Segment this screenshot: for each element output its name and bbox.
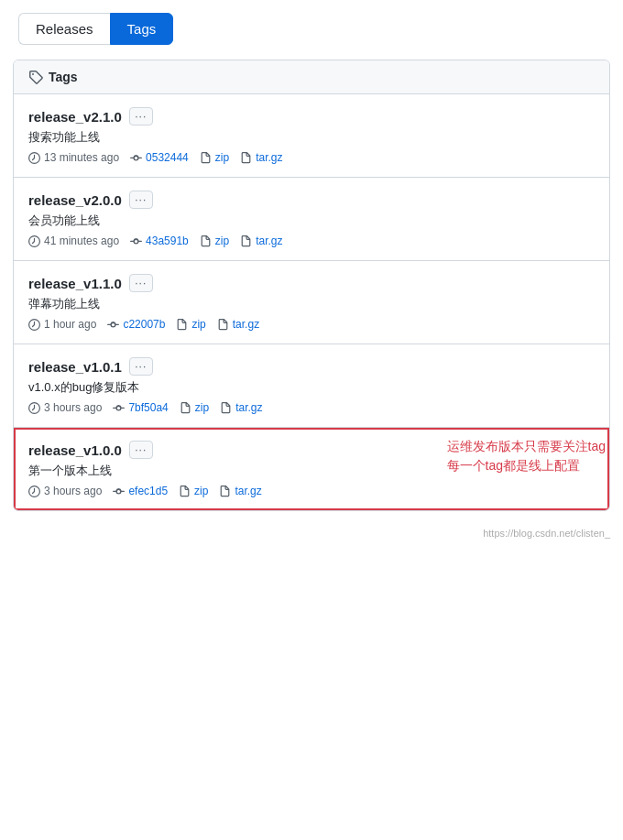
releases-tab[interactable]: Releases	[18, 13, 110, 45]
release-title-row: release_v2.1.0 ···	[28, 107, 595, 125]
tar-meta: tar.gz	[240, 235, 282, 247]
release-desc: 搜索功能上线	[28, 129, 595, 146]
release-time: 1 hour ago	[44, 318, 96, 331]
release-row: release_v1.0.1 ··· v1.0.x的bug修复版本 3 hour…	[14, 344, 609, 428]
clock-icon	[28, 485, 40, 497]
release-row: release_v1.0.0 ··· 第一个版本上线 3 hours ago e…	[14, 428, 609, 510]
time-meta: 1 hour ago	[28, 318, 96, 331]
clock-icon	[28, 402, 40, 414]
tags-tab[interactable]: Tags	[110, 13, 174, 45]
time-meta: 3 hours ago	[28, 485, 102, 497]
watermark: https://blog.csdn.net/clisten_	[0, 524, 623, 542]
commit-hash[interactable]: efec1d5	[128, 485, 168, 497]
commit-meta: c22007b	[107, 318, 165, 331]
clock-icon	[28, 235, 40, 247]
zip-meta: zip	[176, 318, 205, 331]
zip-meta: zip	[200, 235, 229, 247]
commit-icon	[130, 152, 142, 164]
tags-header-label: Tags	[49, 70, 78, 84]
commit-icon	[113, 402, 125, 414]
release-name: release_v1.0.0	[28, 442, 122, 458]
release-meta: 3 hours ago efec1d5 zip tar.gz	[28, 485, 595, 497]
tags-header: Tags	[14, 60, 609, 94]
tar-file-icon	[240, 235, 252, 247]
release-meta: 1 hour ago c22007b zip tar.gz	[28, 318, 595, 331]
zip-file-icon	[179, 485, 191, 497]
release-desc: v1.0.x的bug修复版本	[28, 379, 595, 396]
zip-meta: zip	[179, 485, 208, 497]
release-desc: 弹幕功能上线	[28, 296, 595, 312]
release-time: 3 hours ago	[44, 485, 102, 497]
zip-file-icon	[200, 235, 212, 247]
release-row: release_v2.0.0 ··· 会员功能上线 41 minutes ago…	[14, 178, 609, 261]
commit-hash[interactable]: 7bf50a4	[128, 401, 168, 414]
release-name: release_v1.1.0	[28, 276, 122, 291]
time-meta: 3 hours ago	[28, 401, 102, 414]
tar-meta: tar.gz	[220, 401, 262, 414]
release-meta: 41 minutes ago 43a591b zip tar.gz	[28, 235, 595, 247]
main-container: Tags release_v2.1.0 ··· 搜索功能上线 13 minute…	[13, 60, 610, 511]
zip-meta: zip	[200, 151, 229, 164]
commit-icon	[113, 485, 125, 497]
tar-link[interactable]: tar.gz	[233, 318, 259, 331]
release-row: release_v1.1.0 ··· 弹幕功能上线 1 hour ago c22…	[14, 261, 609, 344]
release-time: 3 hours ago	[44, 401, 102, 414]
tar-file-icon	[240, 152, 252, 164]
release-title-row: release_v1.0.1 ···	[28, 357, 595, 376]
time-meta: 13 minutes ago	[28, 151, 119, 164]
commit-meta: efec1d5	[113, 485, 168, 497]
release-desc: 会员功能上线	[28, 213, 595, 229]
more-button[interactable]: ···	[129, 107, 153, 125]
tar-meta: tar.gz	[240, 151, 282, 164]
zip-link[interactable]: zip	[194, 485, 208, 497]
commit-meta: 7bf50a4	[113, 401, 168, 414]
zip-file-icon	[176, 319, 188, 331]
release-meta: 13 minutes ago 0532444 zip tar.gz	[28, 151, 595, 164]
release-name: release_v2.1.0	[28, 109, 122, 125]
zip-link[interactable]: zip	[215, 235, 229, 247]
zip-link[interactable]: zip	[191, 318, 205, 331]
tar-link[interactable]: tar.gz	[256, 151, 282, 164]
zip-meta: zip	[180, 401, 209, 414]
zip-file-icon	[180, 402, 191, 414]
tar-file-icon	[217, 319, 229, 331]
more-button[interactable]: ···	[129, 357, 153, 376]
clock-icon	[28, 152, 40, 164]
tabs-bar: Releases Tags	[0, 0, 623, 45]
zip-file-icon	[200, 152, 212, 164]
clock-icon	[28, 319, 40, 331]
commit-hash[interactable]: 0532444	[146, 151, 189, 164]
tag-icon	[28, 70, 43, 84]
release-name: release_v2.0.0	[28, 192, 122, 208]
releases-list: release_v2.1.0 ··· 搜索功能上线 13 minutes ago…	[14, 94, 609, 510]
commit-icon	[130, 235, 142, 247]
commit-meta: 43a591b	[130, 235, 189, 247]
more-button[interactable]: ···	[129, 191, 153, 209]
more-button[interactable]: ···	[129, 274, 153, 292]
release-title-row: release_v1.1.0 ···	[28, 274, 595, 292]
commit-hash[interactable]: c22007b	[123, 318, 165, 331]
release-row: release_v2.1.0 ··· 搜索功能上线 13 minutes ago…	[14, 94, 609, 178]
time-meta: 41 minutes ago	[28, 235, 119, 247]
tar-meta: tar.gz	[219, 485, 261, 497]
release-meta: 3 hours ago 7bf50a4 zip tar.gz	[28, 401, 595, 414]
annotation-note: 运维发布版本只需要关注tag，每一个tag都是线上配置	[447, 437, 610, 475]
tar-link[interactable]: tar.gz	[256, 235, 282, 247]
release-time: 13 minutes ago	[44, 151, 119, 164]
release-title-row: release_v2.0.0 ···	[28, 191, 595, 209]
tar-link[interactable]: tar.gz	[235, 401, 262, 414]
release-name: release_v1.0.1	[28, 359, 122, 375]
release-time: 41 minutes ago	[44, 235, 119, 247]
tar-file-icon	[220, 402, 232, 414]
commit-meta: 0532444	[130, 151, 189, 164]
zip-link[interactable]: zip	[195, 401, 209, 414]
more-button[interactable]: ···	[129, 441, 153, 459]
tar-file-icon	[219, 485, 231, 497]
tar-link[interactable]: tar.gz	[235, 485, 261, 497]
commit-icon	[107, 319, 119, 331]
tar-meta: tar.gz	[217, 318, 259, 331]
commit-hash[interactable]: 43a591b	[146, 235, 189, 247]
zip-link[interactable]: zip	[215, 151, 229, 164]
